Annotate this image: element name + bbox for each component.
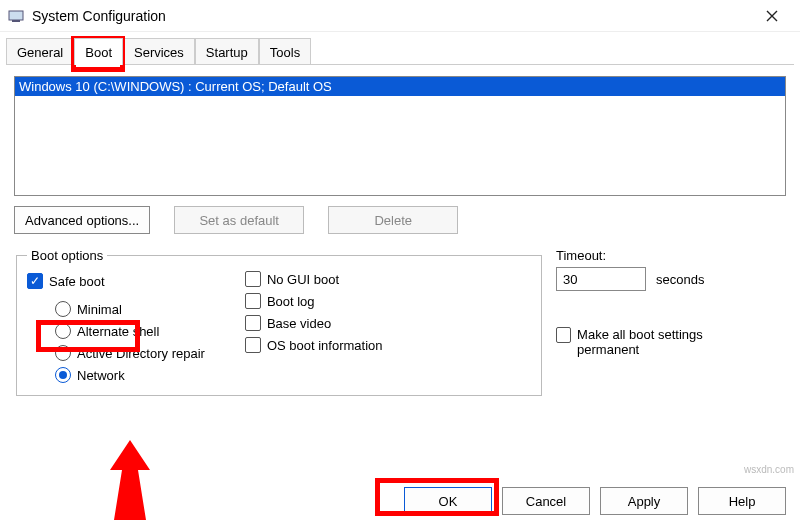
flag-basevideo[interactable]: Base video (245, 315, 383, 331)
mode-network-radio[interactable] (55, 367, 71, 383)
dialog-footer: OK Cancel Apply Help (404, 487, 786, 515)
timeout-label: Timeout: (556, 248, 786, 263)
os-list-selected[interactable]: Windows 10 (C:\WINDOWS) : Current OS; De… (15, 77, 785, 96)
safe-boot-label: Safe boot (49, 274, 105, 289)
app-icon (8, 8, 24, 24)
mode-altshell-radio[interactable] (55, 323, 71, 339)
svg-marker-2 (110, 440, 150, 520)
mode-adrepair-radio[interactable] (55, 345, 71, 361)
timeout-unit: seconds (656, 272, 704, 287)
flag-nogui-checkbox[interactable] (245, 271, 261, 287)
tab-startup[interactable]: Startup (195, 38, 259, 65)
close-button[interactable] (752, 2, 792, 30)
flag-bootlog[interactable]: Boot log (245, 293, 383, 309)
delete-button: Delete (328, 206, 458, 234)
mode-altshell[interactable]: Alternate shell (55, 323, 205, 339)
tab-tools[interactable]: Tools (259, 38, 311, 65)
mode-network[interactable]: Network (55, 367, 205, 383)
os-list[interactable]: Windows 10 (C:\WINDOWS) : Current OS; De… (14, 76, 786, 196)
help-button[interactable]: Help (698, 487, 786, 515)
flag-osinfo-checkbox[interactable] (245, 337, 261, 353)
tab-strip: General Boot Services Startup Tools (0, 32, 800, 65)
permanent-checkbox[interactable] (556, 327, 571, 343)
tab-boot[interactable]: Boot (74, 38, 123, 65)
flag-osinfo[interactable]: OS boot information (245, 337, 383, 353)
title-bar: System Configuration (0, 0, 800, 32)
flag-bootlog-checkbox[interactable] (245, 293, 261, 309)
right-column: Timeout: seconds Make all boot settings … (556, 248, 786, 396)
watermark: wsxdn.com (744, 464, 794, 475)
safe-boot-checkbox[interactable] (27, 273, 43, 289)
tab-general[interactable]: General (6, 38, 74, 65)
tab-services[interactable]: Services (123, 38, 195, 65)
flag-nogui[interactable]: No GUI boot (245, 271, 383, 287)
advanced-options-button[interactable]: Advanced options... (14, 206, 150, 234)
arrow-annotation (100, 440, 160, 520)
boot-options-legend: Boot options (27, 248, 107, 263)
permanent-option[interactable]: Make all boot settings permanent (556, 327, 756, 357)
apply-button[interactable]: Apply (600, 487, 688, 515)
ok-button[interactable]: OK (404, 487, 492, 515)
timeout-input[interactable] (556, 267, 646, 291)
mode-minimal[interactable]: Minimal (55, 301, 205, 317)
os-buttons-row: Advanced options... Set as default Delet… (14, 206, 786, 234)
svg-rect-0 (9, 11, 23, 20)
window-title: System Configuration (32, 8, 166, 24)
svg-rect-1 (12, 20, 20, 22)
safe-boot-option[interactable]: Safe boot (27, 273, 205, 289)
boot-options-group: Boot options Safe boot Minimal (16, 248, 542, 396)
tab-content-boot: Windows 10 (C:\WINDOWS) : Current OS; De… (0, 66, 800, 402)
mode-adrepair[interactable]: Active Directory repair (55, 345, 205, 361)
set-default-button: Set as default (174, 206, 304, 234)
flag-basevideo-checkbox[interactable] (245, 315, 261, 331)
cancel-button[interactable]: Cancel (502, 487, 590, 515)
mode-minimal-radio[interactable] (55, 301, 71, 317)
